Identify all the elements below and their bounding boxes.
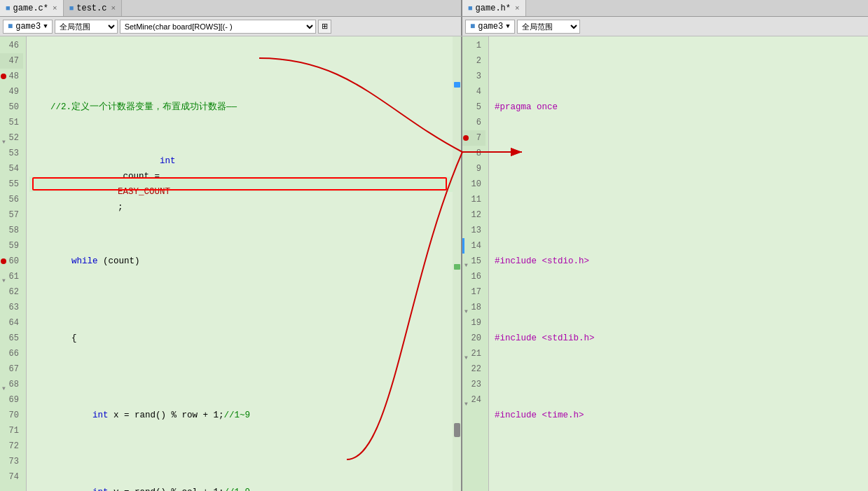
tab-test-c[interactable]: ■ test.c × xyxy=(64,0,122,16)
rln-10: 10 xyxy=(471,179,481,189)
ln-70: 70 xyxy=(9,410,19,420)
right-scope-select[interactable]: 全局范围 xyxy=(517,20,580,34)
ln-72: 72 xyxy=(9,441,19,451)
left-editor: 46 47 48 49 50 51 52 xyxy=(0,36,462,491)
tab-game-c-close[interactable]: × xyxy=(53,4,57,13)
ln-69: 69 xyxy=(9,395,19,405)
rln-15: 15 xyxy=(471,256,481,266)
ln-57: 57 xyxy=(9,210,19,220)
ln-58: 58 xyxy=(9,226,19,235)
ln-56: 56 xyxy=(9,195,19,205)
left-file-selector[interactable]: ■ game3 ▼ xyxy=(3,20,53,34)
rln-5: 5 xyxy=(476,102,481,112)
ln-73: 73 xyxy=(9,457,19,466)
rln-18: 18 xyxy=(471,303,481,312)
ln-48: 48 xyxy=(9,71,19,81)
rln-17: 17 xyxy=(471,287,481,297)
ln-55: 55 xyxy=(9,179,19,189)
rln-8: 8 xyxy=(476,148,481,158)
rln-22: 22 xyxy=(471,364,481,374)
rcode-line-6 xyxy=(495,485,868,491)
right-file-label: game3 xyxy=(478,22,503,32)
ln-52: 52 xyxy=(9,133,19,143)
rln-23: 23 xyxy=(471,380,481,389)
ln-63: 63 xyxy=(9,303,19,312)
tab-game-h[interactable]: ■ game.h* × xyxy=(462,0,526,16)
right-line-numbers: 1 2 3 4 5 6 7 8 9 10 11 1 xyxy=(462,36,489,491)
rln-13: 13 xyxy=(471,226,481,235)
ln-62: 62 xyxy=(9,287,19,297)
tab-game-h-close[interactable]: × xyxy=(515,4,520,13)
code-line-51: int y = rand() % col + 1; //1~9 xyxy=(29,485,461,491)
rcode-line-5: #include <time.h> xyxy=(495,408,868,423)
rln-6: 6 xyxy=(476,118,481,127)
tab-game-c[interactable]: ■ game.c* × xyxy=(0,0,64,16)
left-code-content[interactable]: //2.定义一个计数器变量，布置成功计数器—— int count = EASY… xyxy=(27,36,461,491)
ln-59: 59 xyxy=(9,241,19,251)
left-func-select[interactable]: SetMine(char board[ROWS][(- ) xyxy=(120,20,316,34)
rln-11: 11 xyxy=(471,195,481,205)
rln-20: 20 xyxy=(471,333,481,343)
ln-54: 54 xyxy=(9,164,19,174)
file-h-icon: ■ xyxy=(468,4,473,13)
ln-65: 65 xyxy=(9,333,19,343)
rln-1: 1 xyxy=(476,41,481,50)
rln-2: 2 xyxy=(476,56,481,66)
rln-24: 24 xyxy=(471,395,481,405)
code-line-46: //2.定义一个计数器变量，布置成功计数器—— xyxy=(29,99,461,115)
ln-74: 74 xyxy=(9,472,19,482)
file-selector-chevron: ▼ xyxy=(43,23,47,30)
rcode-line-4: #include <stdlib.h> xyxy=(495,331,868,346)
ln-49: 49 xyxy=(9,87,19,97)
rcode-line-3: #include <stdio.h> xyxy=(495,254,868,269)
ln-47: 47 xyxy=(9,56,19,66)
ln-68: 68 xyxy=(9,380,19,389)
rln-4: 4 xyxy=(476,87,481,97)
ln-67: 67 xyxy=(9,364,19,374)
rcode-line-1: #pragma once xyxy=(495,99,868,115)
ln-60: 60 xyxy=(9,256,19,266)
right-file-chevron: ▼ xyxy=(506,23,509,30)
tab-game-h-label: game.h* xyxy=(476,4,511,13)
rln-16: 16 xyxy=(471,272,481,282)
code-line-50: int x = rand() % row + 1; //1~9 xyxy=(29,408,461,423)
left-line-numbers: 46 47 48 49 50 51 52 xyxy=(0,36,27,491)
rcode-line-2 xyxy=(495,177,868,192)
code-line-49: { xyxy=(29,331,461,346)
ln-53: 53 xyxy=(9,148,19,158)
right-file-selector[interactable]: ■ game3 ▼ xyxy=(465,20,515,34)
tab-test-c-close[interactable]: × xyxy=(111,4,116,13)
rln-19: 19 xyxy=(471,318,481,328)
rln-9: 9 xyxy=(476,164,481,174)
rln-21: 21 xyxy=(471,349,481,359)
right-file-icon: ■ xyxy=(470,22,475,32)
code-line-47: int count = EASY_COUNT ; xyxy=(29,177,461,192)
rln-3: 3 xyxy=(476,71,481,81)
left-scope-select[interactable]: 全局范围 xyxy=(55,20,118,34)
ln-61: 61 xyxy=(9,272,19,282)
rln-7: 7 xyxy=(476,133,481,143)
left-file-label: game3 xyxy=(15,22,41,32)
code-line-48: while (count) xyxy=(29,254,461,269)
right-editor: 1 2 3 4 5 6 7 8 9 10 11 1 xyxy=(462,36,868,491)
file-selector-icon: ■ xyxy=(8,22,13,32)
rln-14: 14 xyxy=(471,241,481,251)
ln-64: 64 xyxy=(9,318,19,328)
ln-46: 46 xyxy=(9,41,19,50)
ln-51: 51 xyxy=(9,118,19,127)
ln-71: 71 xyxy=(9,426,19,436)
tab-test-c-label: test.c xyxy=(76,4,106,13)
tab-game-c-label: game.c* xyxy=(13,4,48,13)
left-expand-btn[interactable]: ⊞ xyxy=(318,20,331,34)
right-code-content[interactable]: #pragma once #include <stdio.h> #include… xyxy=(489,36,868,491)
rln-12: 12 xyxy=(471,210,481,220)
ln-50: 50 xyxy=(9,102,19,112)
ln-66: 66 xyxy=(9,349,19,359)
file-c-icon: ■ xyxy=(6,4,11,13)
file-tc-icon: ■ xyxy=(69,4,74,13)
